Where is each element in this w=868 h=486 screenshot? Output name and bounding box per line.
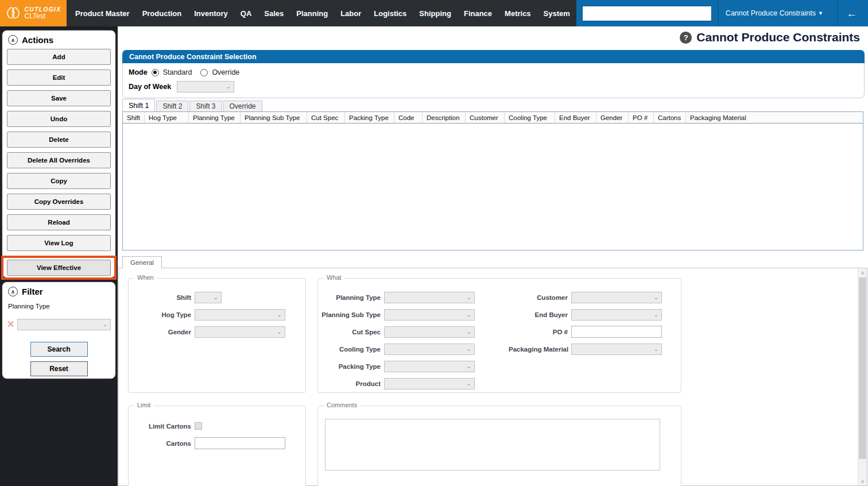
limit-group: Limit Limit Cartons Cartons: [128, 406, 306, 486]
tab-general[interactable]: General: [122, 256, 162, 268]
page-title: Cannot Produce Constraints: [696, 30, 860, 44]
nav-item-qa[interactable]: QA: [234, 9, 258, 18]
chevron-down-icon: ⌄: [467, 295, 471, 300]
grid-column-end-buyer[interactable]: End Buyer: [555, 112, 596, 123]
mode-label: Mode: [129, 68, 148, 76]
save-button[interactable]: Save: [7, 90, 111, 106]
nav-item-inventory[interactable]: Inventory: [188, 9, 234, 18]
search-button[interactable]: Search: [30, 342, 88, 357]
grid-column-planning-type[interactable]: Planning Type: [189, 112, 241, 123]
customer-label: Customer: [509, 294, 568, 301]
grid-column-customer[interactable]: Customer: [466, 112, 505, 123]
tab-override[interactable]: Override: [223, 101, 262, 112]
edit-button[interactable]: Edit: [7, 70, 111, 86]
top-bar: CUTLOGIX CLTest Product Master Productio…: [0, 0, 868, 26]
grid-column-gender[interactable]: Gender: [596, 112, 629, 123]
grid-column-cut-spec[interactable]: Cut Spec: [307, 112, 345, 123]
chevron-up-icon: ∧: [11, 289, 15, 295]
planning-type-filter-combobox[interactable]: ⌄: [17, 319, 111, 330]
po-number-field-row: PO #: [509, 326, 662, 338]
undo-button[interactable]: Undo: [7, 111, 111, 127]
when-group: When Shift ⌄ Hog Type ⌄ Gender: [128, 278, 306, 393]
comments-textarea[interactable]: [325, 419, 660, 470]
global-search-input[interactable]: [582, 6, 712, 21]
view-log-button[interactable]: View Log: [7, 235, 111, 251]
limit-cartons-checkbox[interactable]: [195, 422, 202, 430]
packaging-material-combobox[interactable]: ⌄: [571, 344, 662, 355]
vertical-scrollbar[interactable]: ∧ ∨: [858, 268, 867, 485]
hog-type-label: Hog Type: [132, 311, 191, 318]
tab-shift-3[interactable]: Shift 3: [189, 101, 222, 112]
end-buyer-combobox[interactable]: ⌄: [571, 309, 662, 321]
nav-item-sales[interactable]: Sales: [258, 9, 290, 18]
packing-type-field-row: Packing Type ⌄: [321, 360, 475, 372]
mode-radio-override[interactable]: [200, 69, 208, 76]
grid-column-packing-type[interactable]: Packing Type: [345, 112, 394, 123]
delete-all-overrides-button[interactable]: Delete All Overrides: [7, 152, 111, 168]
nav-item-system[interactable]: System: [537, 9, 576, 18]
grid-column-cooling-type[interactable]: Cooling Type: [505, 112, 555, 123]
nav-item-finance[interactable]: Finance: [458, 9, 498, 18]
cut-spec-combobox[interactable]: ⌄: [384, 326, 475, 338]
po-number-label: PO #: [509, 329, 568, 335]
product-combobox[interactable]: ⌄: [384, 378, 475, 389]
grid-column-planning-sub-type[interactable]: Planning Sub Type: [241, 112, 307, 123]
grid-column-description[interactable]: Description: [423, 112, 466, 123]
gender-field-row: Gender ⌄: [132, 326, 285, 338]
grid-column-po[interactable]: PO #: [629, 112, 654, 123]
nav-item-shipping[interactable]: Shipping: [413, 9, 458, 18]
shift-label: Shift: [132, 294, 191, 301]
grid-column-packaging-material[interactable]: Packaging Material: [686, 112, 863, 123]
back-arrow-icon: ←: [846, 7, 857, 20]
actions-panel: ∧ Actions Add Edit Save Undo Delete Dele…: [1, 29, 117, 279]
back-button[interactable]: ←: [846, 8, 857, 19]
chevron-up-icon: ∧: [11, 37, 15, 43]
tab-shift-1[interactable]: Shift 1: [122, 99, 155, 112]
packaging-material-label: Packaging Material: [509, 346, 568, 353]
scroll-up-icon[interactable]: ∧: [858, 268, 867, 277]
clear-filter-icon[interactable]: ✕: [7, 320, 14, 329]
mode-radio-standard[interactable]: [152, 69, 159, 76]
grid-column-hog-type[interactable]: Hog Type: [145, 112, 189, 123]
po-number-input[interactable]: [571, 326, 662, 338]
nav-item-metrics[interactable]: Metrics: [498, 9, 537, 18]
hog-type-combobox[interactable]: ⌄: [195, 309, 285, 321]
reload-button[interactable]: Reload: [7, 214, 111, 230]
scroll-thumb[interactable]: [859, 277, 866, 459]
customer-combobox[interactable]: ⌄: [571, 292, 662, 303]
cartons-input[interactable]: [195, 437, 285, 449]
delete-button[interactable]: Delete: [7, 132, 111, 148]
nav-item-labor[interactable]: Labor: [334, 9, 367, 18]
actions-panel-header: ∧ Actions: [7, 33, 111, 49]
help-icon[interactable]: ?: [680, 32, 692, 44]
content-layout: ∧ Actions Add Edit Save Undo Delete Dele…: [0, 26, 868, 486]
scroll-down-icon[interactable]: ∨: [858, 477, 867, 485]
tab-shift-2[interactable]: Shift 2: [156, 101, 188, 112]
grid-column-cartons[interactable]: Cartons: [654, 112, 686, 123]
copy-overrides-button[interactable]: Copy Overrides: [7, 194, 111, 210]
filter-collapse-button[interactable]: ∧: [8, 287, 18, 296]
copy-button[interactable]: Copy: [7, 173, 111, 189]
grid-column-shift[interactable]: Shift: [123, 112, 145, 123]
general-panel: When Shift ⌄ Hog Type ⌄ Gender: [118, 268, 867, 486]
planning-type-combobox[interactable]: ⌄: [384, 292, 475, 303]
screen-selector[interactable]: Cannot Produce Constraints ▼: [719, 9, 831, 17]
gender-combobox[interactable]: ⌄: [195, 326, 285, 338]
grid-column-code[interactable]: Code: [394, 112, 423, 123]
planning-sub-type-combobox[interactable]: ⌄: [384, 309, 475, 321]
reset-button[interactable]: Reset: [30, 361, 88, 376]
packing-type-combobox[interactable]: ⌄: [384, 361, 475, 372]
nav-item-product-master[interactable]: Product Master: [69, 9, 136, 18]
cooling-type-combobox[interactable]: ⌄: [384, 344, 475, 355]
constraints-grid[interactable]: Shift Hog Type Planning Type Planning Su…: [122, 111, 863, 250]
nav-item-logistics[interactable]: Logistics: [367, 9, 413, 18]
day-of-week-combobox[interactable]: ⌄: [177, 81, 234, 92]
view-effective-button[interactable]: View Effective: [7, 260, 111, 276]
shift-combobox[interactable]: ⌄: [195, 292, 222, 303]
actions-collapse-button[interactable]: ∧: [8, 35, 18, 45]
shift-field-row: Shift ⌄: [132, 291, 222, 303]
nav-item-planning[interactable]: Planning: [290, 9, 334, 18]
nav-item-production[interactable]: Production: [136, 9, 188, 18]
app-logo[interactable]: CUTLOGIX CLTest: [0, 0, 67, 26]
add-button[interactable]: Add: [7, 49, 111, 65]
